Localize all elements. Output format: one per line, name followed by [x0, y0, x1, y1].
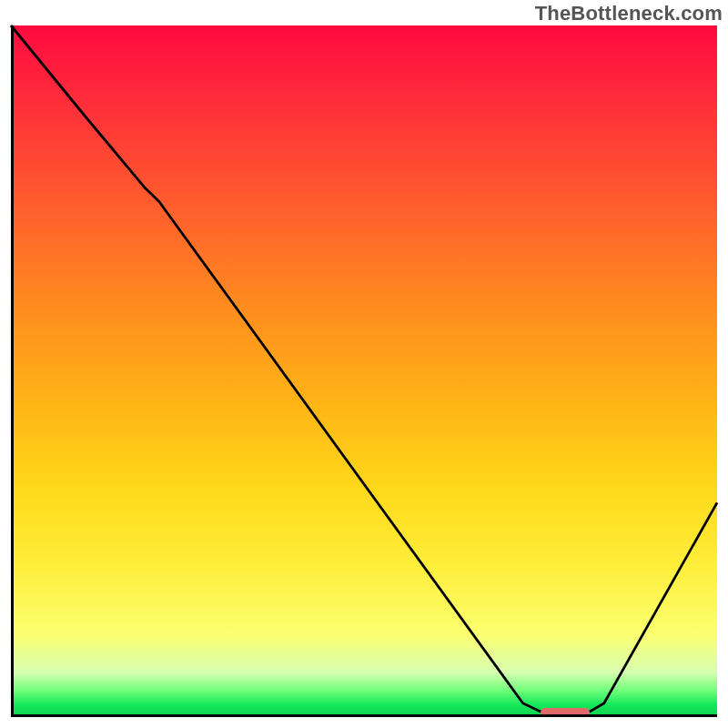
plot-area	[11, 25, 717, 717]
watermark-text: TheBottleneck.com	[535, 2, 723, 25]
minimum-marker	[541, 708, 590, 717]
curve-layer	[11, 25, 717, 717]
bottleneck-curve	[11, 25, 717, 712]
chart-container: TheBottleneck.com	[0, 0, 728, 728]
